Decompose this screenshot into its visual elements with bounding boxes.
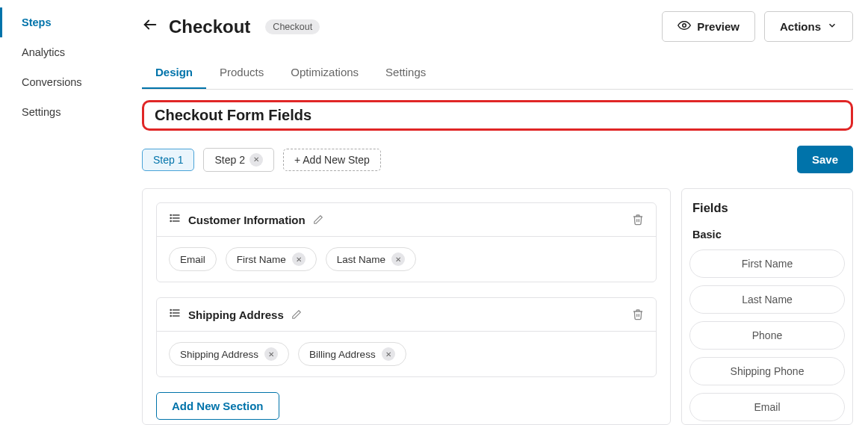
section-heading-highlight: Checkout Form Fields xyxy=(142,100,853,131)
tab-products[interactable]: Products xyxy=(206,58,277,89)
page-tag: Checkout xyxy=(265,19,320,34)
trash-icon[interactable] xyxy=(632,308,644,320)
field-chip[interactable]: Email xyxy=(169,247,217,271)
svg-point-5 xyxy=(170,214,171,215)
tab-optimizations[interactable]: Optimizations xyxy=(277,58,372,89)
list-icon xyxy=(169,212,181,227)
field-chip-label: Email xyxy=(180,254,205,265)
header-actions: Preview Actions xyxy=(662,11,853,42)
close-icon[interactable]: ✕ xyxy=(292,252,306,266)
sidebar-item-settings[interactable]: Settings xyxy=(0,97,127,127)
preview-label: Preview xyxy=(697,20,740,33)
available-field[interactable]: First Name xyxy=(689,249,845,278)
field-chip[interactable]: Shipping Address✕ xyxy=(169,342,289,366)
tabs-row: DesignProductsOptimizationsSettings xyxy=(142,58,853,90)
fields-group-label: Basic xyxy=(689,229,845,241)
field-chip[interactable]: First Name✕ xyxy=(226,247,317,271)
actions-label: Actions xyxy=(780,20,821,33)
edit-icon[interactable] xyxy=(291,309,302,320)
sidebar-item-steps[interactable]: Steps xyxy=(0,7,127,37)
form-section: Shipping AddressShipping Address✕Billing… xyxy=(156,297,657,377)
actions-button[interactable]: Actions xyxy=(764,11,853,42)
close-icon[interactable]: ✕ xyxy=(249,153,263,167)
eye-icon xyxy=(678,19,691,34)
steps-left: Step 1Step 2✕+ Add New Step xyxy=(142,148,381,172)
field-chip-label: Shipping Address xyxy=(180,349,258,360)
sidebar-item-conversions[interactable]: Conversions xyxy=(0,67,127,97)
save-button[interactable]: Save xyxy=(797,146,853,173)
available-field[interactable]: Phone xyxy=(689,321,845,350)
sidebar-item-analytics[interactable]: Analytics xyxy=(0,37,127,67)
step-label: Step 1 xyxy=(153,154,183,166)
field-chip-label: First Name xyxy=(237,254,286,265)
step-chip[interactable]: Step 2✕ xyxy=(203,148,273,172)
section-heading: Checkout Form Fields xyxy=(155,107,840,124)
section-body: EmailFirst Name✕Last Name✕ xyxy=(157,237,656,282)
step-chip[interactable]: Step 1 xyxy=(142,149,194,171)
section-header: Shipping Address xyxy=(157,298,656,332)
section-title: Customer Information xyxy=(188,214,306,226)
form-sections-column: Customer InformationEmailFirst Name✕Last… xyxy=(142,188,671,425)
tab-settings[interactable]: Settings xyxy=(372,58,439,89)
field-chip-label: Billing Address xyxy=(309,349,376,360)
chevron-down-icon xyxy=(827,20,837,33)
field-chip[interactable]: Billing Address✕ xyxy=(298,342,406,366)
svg-point-6 xyxy=(170,217,171,218)
section-header: Customer Information xyxy=(157,203,656,237)
header-row: Checkout Checkout Preview Actions xyxy=(142,11,853,42)
sidebar: StepsAnalyticsConversionsSettings xyxy=(0,0,127,425)
form-section: Customer InformationEmailFirst Name✕Last… xyxy=(156,202,657,282)
available-field[interactable]: Shipping Phone xyxy=(689,357,845,385)
back-arrow-icon[interactable] xyxy=(142,16,158,37)
close-icon[interactable]: ✕ xyxy=(382,347,395,361)
trash-icon[interactable] xyxy=(632,214,644,226)
step-label: Step 2 xyxy=(214,154,244,166)
preview-button[interactable]: Preview xyxy=(662,11,755,42)
list-icon xyxy=(169,307,181,322)
steps-row: Step 1Step 2✕+ Add New Step Save xyxy=(142,146,853,173)
main-panel: Checkout Checkout Preview Actions Design… xyxy=(127,0,868,425)
page-title: Checkout xyxy=(169,16,250,37)
available-field[interactable]: Email xyxy=(689,393,845,421)
edit-icon[interactable] xyxy=(313,214,323,225)
header-left: Checkout Checkout xyxy=(142,16,320,37)
add-section-button[interactable]: Add New Section xyxy=(156,392,279,420)
section-body: Shipping Address✕Billing Address✕ xyxy=(157,332,656,376)
section-title: Shipping Address xyxy=(188,308,284,321)
fields-panel: Fields Basic First NameLast NamePhoneShi… xyxy=(681,188,853,425)
close-icon[interactable]: ✕ xyxy=(391,252,405,266)
tab-design[interactable]: Design xyxy=(142,58,206,89)
field-chip-label: Last Name xyxy=(337,254,385,265)
field-chip[interactable]: Last Name✕ xyxy=(326,247,416,271)
svg-point-13 xyxy=(170,315,171,316)
svg-point-1 xyxy=(683,24,686,28)
svg-point-7 xyxy=(170,220,171,221)
content-row: Customer InformationEmailFirst Name✕Last… xyxy=(142,188,853,425)
close-icon[interactable]: ✕ xyxy=(264,347,278,361)
add-step-button[interactable]: + Add New Step xyxy=(283,149,381,171)
fields-panel-title: Fields xyxy=(689,201,845,215)
svg-point-11 xyxy=(170,309,171,310)
available-field[interactable]: Last Name xyxy=(689,285,845,314)
svg-point-12 xyxy=(170,312,171,313)
